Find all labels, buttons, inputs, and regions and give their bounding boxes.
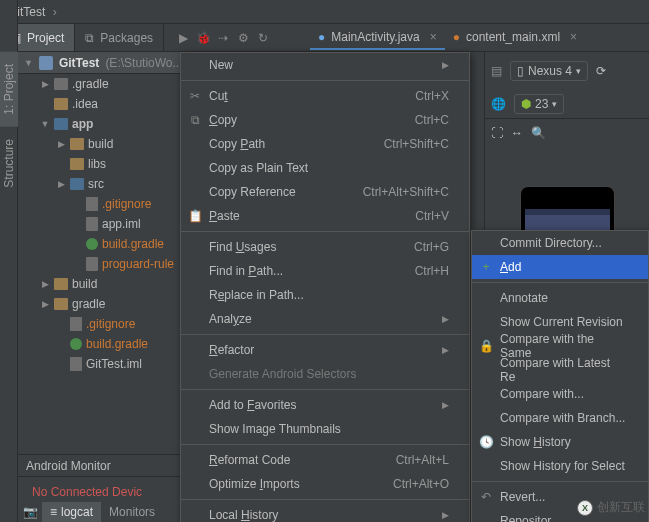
project-root[interactable]: ▼ GitTest (E:\StutioWo...	[18, 52, 192, 74]
chevron-down-icon: ▾	[576, 66, 581, 76]
menu-label: Annotate	[500, 291, 548, 305]
project-root-label: GitTest	[59, 56, 99, 70]
menu-item[interactable]: +Add	[472, 255, 648, 279]
menu-label: New	[209, 58, 233, 72]
expand-icon[interactable]: ▶	[56, 179, 66, 189]
menu-item[interactable]: Show History for Select	[472, 454, 648, 478]
menu-item[interactable]: Find UsagesCtrl+G	[181, 235, 469, 259]
settings-icon[interactable]: ⚙	[233, 24, 253, 51]
menu-item[interactable]: Find in Path...Ctrl+H	[181, 259, 469, 283]
menu-item[interactable]: ⧉CopyCtrl+C	[181, 108, 469, 132]
menu-item[interactable]: Commit Directory...	[472, 231, 648, 255]
close-icon[interactable]: ×	[430, 30, 437, 44]
menu-label: Copy Reference	[209, 185, 296, 199]
tab-monitors[interactable]: Monitors	[101, 502, 163, 522]
tree-item[interactable]: libs	[18, 154, 192, 174]
menu-item[interactable]: Analyze▶	[181, 307, 469, 331]
run-icon[interactable]: ▶	[173, 24, 193, 51]
menu-label: Show History for Select	[500, 459, 625, 473]
gradle-icon	[70, 338, 82, 350]
menu-item[interactable]: Reformat CodeCtrl+Alt+L	[181, 448, 469, 472]
tree-item[interactable]: .gitignore	[18, 194, 192, 214]
tree-item[interactable]: .idea	[18, 94, 192, 114]
expand-icon[interactable]: ▶	[40, 279, 50, 289]
api-selector[interactable]: ⬢ 23 ▾	[514, 94, 564, 114]
debug-icon[interactable]: 🐞	[193, 24, 213, 51]
device-label: Nexus 4	[528, 64, 572, 78]
menu-item[interactable]: Annotate	[472, 286, 648, 310]
menu-icon: ✂	[187, 89, 203, 103]
tree-item[interactable]: proguard-rule	[18, 254, 192, 274]
close-icon[interactable]: ×	[570, 30, 577, 44]
menu-item[interactable]: Replace in Path...	[181, 283, 469, 307]
menu-item[interactable]: Repositor	[472, 509, 648, 522]
shortcut: Ctrl+Alt+L	[396, 453, 449, 467]
menu-item[interactable]: Compare with Latest Re	[472, 358, 648, 382]
expand-icon[interactable]: ▶	[40, 299, 50, 309]
menu-item[interactable]: Copy ReferenceCtrl+Alt+Shift+C	[181, 180, 469, 204]
zoom-icon[interactable]: 🔍	[531, 126, 546, 140]
sync-icon[interactable]: ↻	[253, 24, 273, 51]
menu-item[interactable]: Copy as Plain Text	[181, 156, 469, 180]
expand-icon[interactable]: ▼	[40, 119, 50, 129]
tree-item[interactable]: app.iml	[18, 214, 192, 234]
globe-icon[interactable]: 🌐	[491, 97, 506, 111]
fit-icon[interactable]: ⛶	[491, 126, 503, 140]
tab-packages[interactable]: ⧉ Packages	[75, 24, 163, 51]
tree-item[interactable]: ▶gradle	[18, 294, 192, 314]
menu-item[interactable]: 📋PasteCtrl+V	[181, 204, 469, 228]
menu-item[interactable]: ↶Revert...	[472, 485, 648, 509]
menu-item[interactable]: Local History▶	[181, 503, 469, 522]
tree-item[interactable]: GitTest.iml	[18, 354, 192, 374]
tree-item[interactable]: .gitignore	[18, 314, 192, 334]
expand-icon[interactable]: ▶	[40, 79, 50, 89]
device-selector[interactable]: ▯ Nexus 4 ▾	[510, 61, 588, 81]
phone-icon: ▯	[517, 64, 524, 78]
tree-item[interactable]: ▶build	[18, 134, 192, 154]
menu-item[interactable]: Refactor▶	[181, 338, 469, 362]
attach-icon[interactable]: ⇢	[213, 24, 233, 51]
menu-item[interactable]: Compare with...	[472, 382, 648, 406]
tree-item[interactable]: build.gradle	[18, 234, 192, 254]
tree-item[interactable]: ▶.gradle	[18, 74, 192, 94]
palette-icon[interactable]: ▤	[491, 64, 502, 78]
tree-label: .idea	[72, 97, 98, 111]
menu-item[interactable]: Add to Favorites▶	[181, 393, 469, 417]
camera-icon[interactable]: 📷	[18, 505, 42, 519]
menu-item[interactable]: ✂CutCtrl+X	[181, 84, 469, 108]
tree-label: GitTest.iml	[86, 357, 142, 371]
editor-tab[interactable]: ●MainActivity.java×	[310, 26, 445, 50]
tree-item[interactable]: ▶src	[18, 174, 192, 194]
menu-label: Show Current Revision	[500, 315, 623, 329]
menu-item[interactable]: Optimize ImportsCtrl+Alt+O	[181, 472, 469, 496]
editor-tab[interactable]: ●content_main.xml×	[445, 26, 585, 50]
expand-icon[interactable]: ▶	[56, 139, 66, 149]
folder-icon	[54, 118, 68, 130]
shortcut: Ctrl+Alt+O	[393, 477, 449, 491]
rail-structure[interactable]: Structure	[0, 127, 18, 200]
menu-item: Generate Android Selectors	[181, 362, 469, 386]
menu-item[interactable]: Show Image Thumbnails	[181, 417, 469, 441]
tree-item[interactable]: ▶build	[18, 274, 192, 294]
tree-item[interactable]: ▼app	[18, 114, 192, 134]
menu-icon: 🔒	[478, 339, 494, 353]
rail-project[interactable]: 1: Project	[0, 52, 18, 127]
menu-item[interactable]: 🕓Show History	[472, 430, 648, 454]
menu-item[interactable]: New▶	[181, 53, 469, 77]
folder-icon	[54, 78, 68, 90]
menu-item[interactable]: Show Current Revision	[472, 310, 648, 334]
rotate-icon[interactable]: ⟳	[596, 64, 606, 78]
menu-label: Optimize Imports	[209, 477, 300, 491]
pan-icon[interactable]: ↔	[511, 126, 523, 140]
menu-item[interactable]: 🔒Compare with the Same	[472, 334, 648, 358]
context-menu-git: Commit Directory...+AddAnnotateShow Curr…	[471, 230, 649, 522]
menu-label: Find in Path...	[209, 264, 283, 278]
menu-item[interactable]: Compare with Branch...	[472, 406, 648, 430]
menu-item[interactable]: Copy PathCtrl+Shift+C	[181, 132, 469, 156]
tree-label: build	[72, 277, 97, 291]
menu-label: Compare with...	[500, 387, 584, 401]
tab-logcat[interactable]: ≡logcat	[42, 502, 101, 522]
submenu-icon: ▶	[442, 510, 449, 520]
menu-label: Compare with Latest Re	[500, 356, 628, 384]
tree-item[interactable]: build.gradle	[18, 334, 192, 354]
